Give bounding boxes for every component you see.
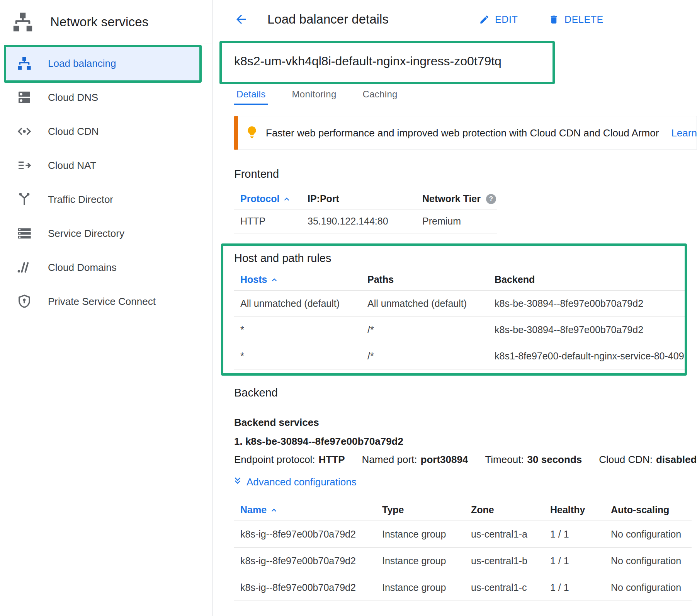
column-header-protocol[interactable]: Protocol: [234, 193, 301, 204]
backend-property: Cloud CDN: disabled: [599, 454, 697, 466]
frontend-table-header: Protocol IP:Port Network Tier ?: [234, 189, 497, 209]
backend-cell: k8s-be-30894--8fe97e00b70a79d2: [488, 298, 687, 309]
sidebar-item-traffic-director[interactable]: Traffic Director: [0, 182, 212, 216]
paths-cell: /*: [361, 324, 488, 335]
protocol-cell: HTTP: [234, 216, 301, 227]
column-label: Backend: [495, 274, 535, 285]
backend-properties: Endpoint protocol: HTTP Named port: port…: [234, 454, 697, 466]
delete-button[interactable]: DELETE: [549, 0, 604, 39]
page-header: Load balancer details EDIT DELETE: [212, 0, 697, 39]
instance-name-cell: k8s-ig--8fe97e00b70a79d2: [234, 582, 376, 593]
column-header-healthy: Healthy: [544, 504, 605, 516]
backend-cell: k8s1-8fe97e00-default-nginx-service-80-4…: [488, 351, 687, 362]
load-balancer-name: k8s2-um-vkh4ql8i-default-nginx-ingress-z…: [212, 39, 697, 83]
sidebar-item-label: Private Service Connect: [48, 296, 156, 308]
hosts-cell: All unmatched (default): [234, 298, 361, 309]
hosts-cell: *: [234, 351, 361, 362]
double-chevron-down-icon: [233, 476, 243, 488]
instances-table-row: k8s-ig--8fe97e00b70a79d2 Instance group …: [234, 548, 692, 574]
tab-bar: Details Monitoring Caching: [212, 83, 697, 105]
tab-details[interactable]: Details: [234, 83, 268, 105]
delete-button-label: DELETE: [564, 14, 604, 25]
edit-button-label: EDIT: [495, 14, 518, 25]
help-icon[interactable]: ?: [486, 194, 496, 204]
column-header-name[interactable]: Name: [234, 504, 376, 516]
learn-more-link[interactable]: Learn more: [671, 127, 697, 139]
host-path-rules-heading: Host and path rules: [234, 251, 697, 265]
cloud-dns-icon: [16, 89, 32, 106]
paths-cell: /*: [361, 351, 488, 362]
instance-autoscaling-cell: No configuration: [605, 555, 692, 567]
back-arrow-icon[interactable]: [233, 12, 249, 27]
backend-instances-table: Name Type Zone Healthy Auto-scaling k8s-…: [234, 499, 692, 601]
instances-table-header: Name Type Zone Healthy Auto-scaling: [234, 499, 692, 521]
sidebar-header: Network services: [0, 0, 212, 44]
sidebar-item-label: Cloud CDN: [48, 126, 99, 138]
edit-button[interactable]: EDIT: [479, 0, 518, 39]
page-product-title: Network services: [50, 15, 148, 29]
column-label: Paths: [367, 274, 394, 285]
cloud-domains-icon: [16, 259, 32, 276]
sort-ascending-icon: [270, 276, 279, 284]
advanced-configurations-link[interactable]: Advanced configurations: [233, 476, 697, 488]
sidebar: Network services Load balancing Cloud DN…: [0, 0, 212, 616]
tab-monitoring[interactable]: Monitoring: [289, 83, 338, 105]
sidebar-item-private-service-connect[interactable]: Private Service Connect: [0, 284, 212, 318]
network-tier-cell: Premium: [416, 216, 497, 227]
instance-healthy-cell: 1 / 1: [544, 529, 605, 540]
sort-ascending-icon: [282, 195, 291, 204]
sort-ascending-icon: [270, 506, 278, 515]
backend-service-title: 1. k8s-be-30894--8fe97e00b70a79d2: [234, 436, 697, 448]
host-path-table-row: * /* k8s1-8fe97e00-default-nginx-service…: [234, 343, 687, 369]
sidebar-item-label: Traffic Director: [48, 194, 113, 206]
column-label: Auto-scaling: [611, 504, 669, 516]
sidebar-item-cloud-domains[interactable]: Cloud Domains: [0, 250, 212, 284]
backend-property: Named port: port30894: [362, 454, 468, 466]
column-header-backend: Backend: [488, 274, 687, 285]
frontend-table: Protocol IP:Port Network Tier ? HTTP 35.…: [234, 189, 497, 233]
column-header-auto-scaling: Auto-scaling: [605, 504, 692, 516]
private-service-connect-icon: [16, 293, 32, 310]
instance-healthy-cell: 1 / 1: [544, 582, 605, 593]
instance-autoscaling-cell: No configuration: [605, 582, 692, 593]
host-path-table-row: * /* k8s-be-30894--8fe97e00b70a79d2: [234, 317, 687, 343]
backend-heading: Backend: [234, 386, 697, 400]
instance-zone-cell: us-central1-b: [465, 555, 544, 567]
sidebar-item-cloud-dns[interactable]: Cloud DNS: [0, 80, 212, 114]
instance-type-cell: Instance group: [376, 529, 465, 540]
column-label: Healthy: [550, 504, 585, 516]
sidebar-item-cloud-nat[interactable]: Cloud NAT: [0, 148, 212, 182]
advanced-configurations-label: Advanced configurations: [246, 476, 357, 488]
service-directory-icon: [16, 225, 32, 242]
column-header-network-tier: Network Tier ?: [416, 193, 497, 204]
sidebar-item-cloud-cdn[interactable]: Cloud CDN: [0, 114, 212, 148]
page-title: Load balancer details: [267, 12, 389, 27]
column-header-hosts[interactable]: Hosts: [234, 274, 361, 285]
column-label: Name: [240, 504, 267, 516]
banner-text: Faster web performance and improved web …: [266, 127, 659, 139]
network-services-icon: [12, 11, 34, 33]
instance-type-cell: Instance group: [376, 555, 465, 567]
column-label: Network Tier: [422, 193, 481, 204]
ip-port-cell: 35.190.122.144:80: [301, 216, 416, 227]
sidebar-item-label: Cloud DNS: [48, 92, 98, 104]
sidebar-item-load-balancing[interactable]: Load balancing: [6, 46, 201, 80]
backend-property: Endpoint protocol: HTTP: [234, 454, 345, 466]
hosts-cell: *: [234, 324, 361, 335]
cloud-nat-icon: [16, 157, 32, 174]
host-path-table-row: All unmatched (default) All unmatched (d…: [234, 291, 687, 317]
column-label: Type: [382, 504, 404, 516]
sidebar-item-label: Cloud NAT: [48, 160, 96, 172]
sidebar-item-service-directory[interactable]: Service Directory: [0, 216, 212, 250]
backend-cell: k8s-be-30894--8fe97e00b70a79d2: [488, 324, 687, 335]
frontend-table-row: HTTP 35.190.122.144:80 Premium: [234, 209, 497, 233]
backend-property: Timeout: 30 seconds: [485, 454, 582, 466]
sidebar-nav: Load balancing Cloud DNS Cloud CDN Cloud…: [0, 46, 212, 318]
load-balancing-icon: [16, 55, 32, 71]
traffic-director-icon: [16, 191, 32, 208]
column-label: IP:Port: [308, 193, 339, 204]
host-path-rules-table: Hosts Paths Backend All unmatched (defau…: [234, 269, 687, 369]
column-header-zone: Zone: [465, 504, 544, 516]
instance-name-cell: k8s-ig--8fe97e00b70a79d2: [234, 529, 376, 540]
tab-caching[interactable]: Caching: [360, 83, 400, 105]
